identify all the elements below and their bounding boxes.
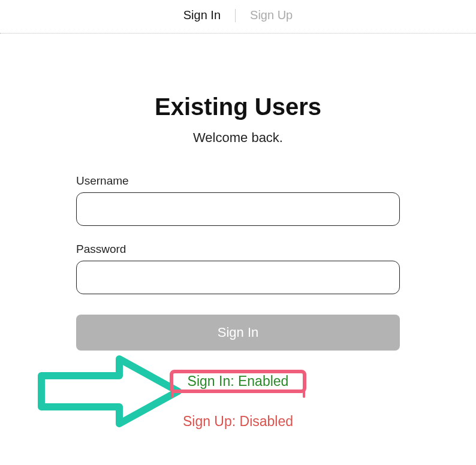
signin-button[interactable]: Sign In	[76, 315, 400, 351]
signin-status-wrapper: Sign In: Enabled	[173, 373, 303, 389]
tab-signin[interactable]: Sign In	[169, 8, 235, 22]
tab-signup[interactable]: Sign Up	[236, 8, 307, 22]
tab-bar: Sign In Sign Up	[0, 0, 476, 34]
page-subheading: Welcome back.	[76, 130, 400, 146]
signin-status-text: Sign In: Enabled	[173, 370, 303, 392]
password-input[interactable]	[76, 261, 400, 294]
username-input[interactable]	[76, 192, 400, 226]
username-label: Username	[76, 174, 400, 188]
signin-panel: Existing Users Welcome back. Username Pa…	[76, 34, 400, 430]
password-group: Password	[76, 243, 400, 294]
status-area: Sign In: Enabled Sign Up: Disabled	[76, 373, 400, 430]
password-label: Password	[76, 243, 400, 256]
page-heading: Existing Users	[76, 93, 400, 120]
arrow-annotation-icon	[29, 352, 185, 430]
signup-status-text: Sign Up: Disabled	[183, 413, 293, 430]
username-group: Username	[76, 174, 400, 226]
